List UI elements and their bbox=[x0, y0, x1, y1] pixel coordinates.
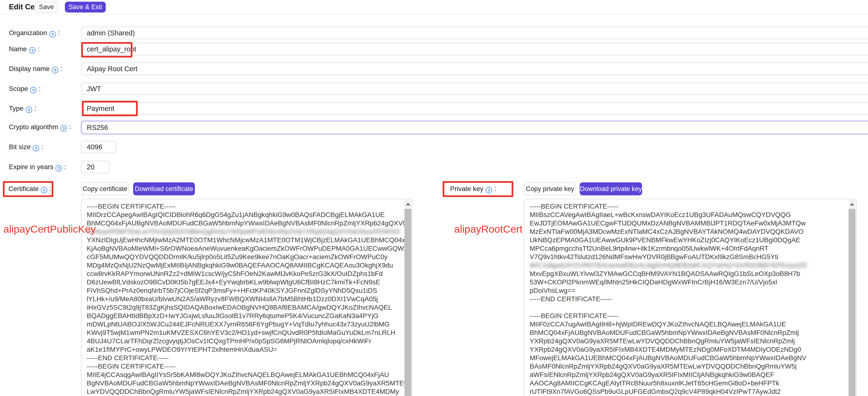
certificate-line: 4BUJ4U7CLarTFhDqrZlzcgvyqtjJOsCv1ICQxgTP… bbox=[87, 337, 403, 345]
field-row-type: Type?: bbox=[9, 102, 868, 115]
copy-certificate-button[interactable]: Copy certificate bbox=[82, 182, 129, 195]
certificate-line: iHxGVz5SC9t2q9jT83ZgKjhsSQIDAQABoxIwEDAO… bbox=[87, 303, 403, 312]
certificate-line: -----BEGIN CERTIFICATE----- bbox=[87, 202, 403, 210]
certificate-line: -----BEGIN CERTIFICATE----- bbox=[530, 202, 847, 210]
private-key-annotation-text: alipayRootCert bbox=[454, 223, 522, 235]
certificate-scrollbar[interactable] bbox=[404, 200, 411, 396]
certificate-line: MPCca6pmgcchsTf2UnBeL9rtp4nw+itk1Kzrmbnq… bbox=[530, 244, 847, 253]
certificate-line: KjAoBgNVBAoMIeWMl+S6rOWNoeaAneWuvuenkeaK… bbox=[87, 244, 403, 253]
certificate-line: FiVhSQhd+PrAz0enqNrbT5b7jCOjeSf2qP3msFy+… bbox=[87, 286, 403, 295]
certificate-line: pDoiVhsLwg== bbox=[530, 286, 847, 295]
copy-private-key-button[interactable]: Copy private key bbox=[524, 182, 576, 195]
expire-in-years-label: Expire in years?: bbox=[9, 161, 81, 173]
download-private-key-button[interactable]: Download private key bbox=[580, 182, 642, 195]
private-key-textarea[interactable]: -----BEGIN CERTIFICATE-----MIIBszCCAVegA… bbox=[524, 199, 857, 396]
expire-in-years-input[interactable] bbox=[81, 161, 110, 173]
help-icon[interactable]: ? bbox=[26, 107, 32, 113]
scope-label: Scope?: bbox=[9, 83, 81, 95]
certificate-line: MIIE4jCCAsqgAwIBAgIIYsSr5bKAMl8wDQYJKoZI… bbox=[87, 370, 403, 379]
crypto-algorithm-input[interactable] bbox=[81, 121, 868, 134]
field-row-crypto-algorithm: Crypto algorithm?: bbox=[9, 121, 868, 133]
certificate-line: D6zUewBfLVdskozO9BCvD0Kt5b7gEEJx4+EyYwqb… bbox=[87, 278, 403, 286]
certificate-line: ccw8rvKkRAPYmorwUNnRZz2+dMiW1cscW/jyC5hF… bbox=[87, 270, 403, 278]
certificate-line: rUTlFt9Xn7fAVGo6QSsPb9uGLpUFGEdGmbsQ2q9c… bbox=[530, 387, 847, 396]
certificate-line: BAsMF0NlcnRpZmljYXRpb24gQXV0aG9yaXR5MTEw… bbox=[530, 362, 847, 370]
organization-input[interactable] bbox=[81, 27, 868, 39]
certificate-line: aK1e1fIMYPrC+owyLPWDEO9YrYtEPHT2xlhtemHn… bbox=[87, 345, 403, 353]
certificate-line: MIIDrzCCApegAwIBAgIQICIDBlohR6q6DgG54gZu… bbox=[87, 210, 403, 219]
certificate-line: MxvEpgXBxuWLYlvwl3ZYMAwGCCqBHM9VAYN1BQAD… bbox=[530, 270, 847, 278]
certificate-line: lYLHk+/u9/MeA80bxaU/blvwUN2A5/aWRyzv8FWB… bbox=[87, 295, 403, 303]
scroll-up-icon[interactable] bbox=[848, 200, 856, 208]
certificate-line: UkNBQzEPMA0GA1UEAwwGUk9PVENBMFkwEwYHKoZI… bbox=[530, 236, 847, 244]
certificate-line: LwYDVQQDDChBbnQgRmluYW5jaWFsIENlcnRpZmlj… bbox=[87, 387, 403, 396]
certificate-line: KWvj9T5wjM1wmPN2m1uKMVZESXC6hYEV3c2/HD1y… bbox=[87, 329, 403, 337]
help-icon[interactable]: ? bbox=[33, 145, 39, 151]
edit-cert-page: Edit Cert Save Save & Exit Organization?… bbox=[0, 0, 868, 396]
download-certificate-button[interactable]: Download certificate bbox=[133, 182, 195, 195]
scroll-up-icon[interactable] bbox=[404, 200, 411, 208]
certificate-line: YXRpb24gQXV0aG9yaXR5IFIxMB4XDTE4MDMyMTEz… bbox=[530, 345, 847, 353]
certificate-line: BhMCQ04xFjAUBgNVBAoMDUFudCBGaW5hbmNpYWwx… bbox=[87, 219, 403, 227]
help-icon[interactable]: ? bbox=[30, 87, 36, 93]
help-icon[interactable]: ? bbox=[52, 67, 58, 74]
certificate-line: -----END CERTIFICATE----- bbox=[530, 295, 847, 303]
certificate-line: MIIBszCCAVegAwIBAgIIaeL+wBcKxnswDAYIKoEc… bbox=[530, 210, 847, 219]
field-row-bit-size: Bit size?: bbox=[9, 141, 868, 153]
certificate-line: 53W+CKOPl2PknmWEq/lMhtn25HkCIQDaHDgWxWFt… bbox=[530, 278, 847, 286]
certificate-line: aG9yaXR5MTEwLwYDVQQDDChBbnQgRmluYW5jaWFs… bbox=[87, 227, 403, 236]
certificate-line bbox=[530, 303, 847, 312]
certificate-line: -----BEGIN CERTIFICATE----- bbox=[530, 312, 847, 320]
certificate-line: V7Q9v1htkv42Tslutzd126NdMFswHwYDVR0jBBgw… bbox=[530, 253, 847, 261]
private-key-text: -----BEGIN CERTIFICATE-----MIIBszCCAVegA… bbox=[530, 202, 847, 396]
certificate-line: BhMCQ04xFjAUBgNVBAoMDUFudCBGaW5hbmNpYWwx… bbox=[530, 329, 847, 337]
certificate-line: MDg4MzQxNjU2NzQwMjExMIIBIjANBgkqhkiG9w0B… bbox=[87, 261, 403, 270]
help-icon[interactable]: ? bbox=[486, 187, 492, 193]
field-row-display-name: Display name?: bbox=[9, 62, 868, 75]
scrollbar-thumb[interactable] bbox=[404, 209, 411, 396]
field-row-organization: Organization?: bbox=[9, 27, 868, 39]
organization-label: Organization?: bbox=[9, 27, 81, 39]
certificate-annotation-text: alipayCertPublicKey bbox=[3, 223, 96, 235]
display-name-label: Display name?: bbox=[9, 62, 81, 75]
certificate-line: MzExNTlaFw00MjA3MDcwMzExNTlaMC4xCzAJBgNV… bbox=[530, 227, 847, 236]
save-button[interactable]: Save bbox=[35, 2, 58, 12]
help-icon[interactable]: ? bbox=[56, 165, 62, 172]
help-icon[interactable]: ? bbox=[49, 31, 56, 37]
field-row-name: Name?: bbox=[9, 43, 868, 55]
crypto-algorithm-label: Crypto algorithm?: bbox=[9, 121, 81, 133]
type-input[interactable] bbox=[81, 102, 868, 115]
certificate-line: -----END CERTIFICATE----- bbox=[87, 353, 403, 362]
bit-size-label: Bit size?: bbox=[9, 141, 81, 153]
certificate-line: BgNVBAoMDUFudCBGaW5hbmNpYWwxIDAeBgNVBAsM… bbox=[87, 379, 403, 387]
certificate-line: BQADggEBAHtIdBBpXzD+IwYJGxjwLsfuuJtGsotB… bbox=[87, 312, 403, 320]
certificate-line: YXNzIDIgUjEwHhcNMjIwMzA2MTE0OTM1WhcNMjcw… bbox=[87, 236, 403, 244]
help-icon[interactable]: ? bbox=[60, 125, 67, 132]
certificate-line: cGF5MUMwQQYDVQQDDDrmlK/ku5jlrp0o5Lit5Zu9… bbox=[87, 253, 403, 261]
scope-input[interactable] bbox=[81, 83, 868, 95]
name-label: Name?: bbox=[9, 43, 81, 55]
certificate-line: mDWLpNtUABOJ/X5WJCu244EJFcNRUEXX7yrnR656… bbox=[87, 320, 403, 329]
header-bar: Edit Cert Save Save & Exit bbox=[0, 0, 868, 15]
save-and-exit-button[interactable]: Save & Exit bbox=[65, 2, 106, 12]
help-icon[interactable]: ? bbox=[29, 47, 36, 54]
certificate-line: MFowejELMAkGA1UEBhMCQ04xFjAUBgNVBAoMDUFu… bbox=[530, 353, 847, 362]
private-key-scrollbar[interactable] bbox=[848, 200, 856, 396]
help-icon[interactable]: ? bbox=[41, 187, 47, 193]
bit-size-input[interactable] bbox=[81, 141, 116, 153]
certificate-line: -----BEGIN CERTIFICATE----- bbox=[87, 362, 403, 370]
certificate-line: YXRpb24gQXV0aG9yaXR5MTEwLwYDVQQDDChBbnQg… bbox=[530, 337, 847, 345]
certificate-line: aWFsIENlcnRpZmljYXRpb24gQXV0aG9yaXR5IFIx… bbox=[530, 370, 847, 379]
certificate-line: W/CXdlgwDAYDVR0TBAUwAwEB/zALBgNVHQ8EBAMC… bbox=[530, 261, 847, 270]
certificate-text: -----BEGIN CERTIFICATE-----MIIDrzCCApegA… bbox=[87, 202, 403, 396]
name-input[interactable] bbox=[81, 43, 868, 55]
certificate-label: Certificate?: bbox=[8, 182, 52, 195]
certificate-line: MIIF0zCCA7ugAwIBAgIIH8+hjWpIDREwDQYJKoZI… bbox=[530, 320, 847, 329]
type-label: Type?: bbox=[9, 102, 81, 115]
certificate-line: EwJDTjEOMAwGA1UECgwFTlJDQUMxDzANBgNVBAMM… bbox=[530, 219, 847, 227]
display-name-input[interactable] bbox=[81, 62, 868, 75]
certificate-textarea[interactable]: -----BEGIN CERTIFICATE-----MIIDrzCCApegA… bbox=[81, 199, 413, 396]
field-row-expire-in-years: Expire in years?: bbox=[9, 161, 868, 173]
scrollbar-thumb[interactable] bbox=[848, 209, 856, 396]
field-row-scope: Scope?: bbox=[9, 83, 868, 95]
